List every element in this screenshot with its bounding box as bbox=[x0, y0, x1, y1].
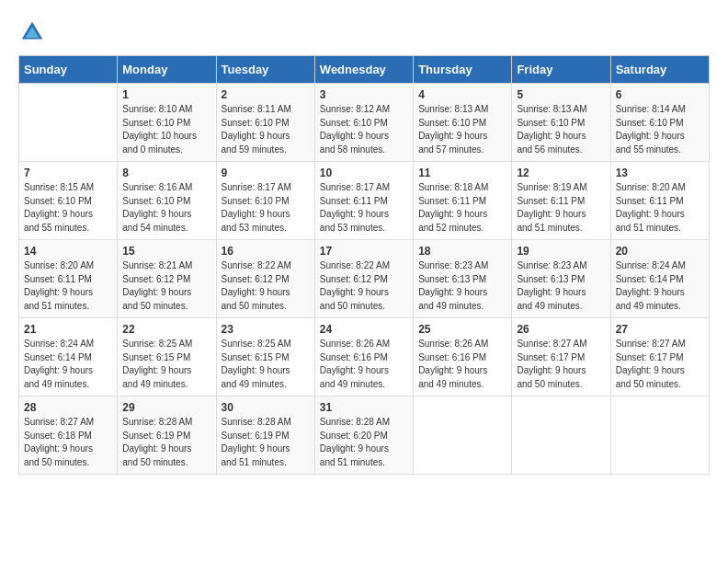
day-cell: 26Sunrise: 8:27 AMSunset: 6:17 PMDayligh… bbox=[512, 318, 610, 396]
day-info: Sunrise: 8:24 AMSunset: 6:14 PMDaylight:… bbox=[24, 338, 112, 391]
day-number: 2 bbox=[222, 88, 310, 101]
day-number: 11 bbox=[418, 167, 506, 179]
day-info: Sunrise: 8:26 AMSunset: 6:16 PMDaylight:… bbox=[418, 338, 506, 391]
day-number: 17 bbox=[320, 245, 408, 258]
day-number: 21 bbox=[24, 323, 112, 336]
day-info: Sunrise: 8:22 AMSunset: 6:12 PMDaylight:… bbox=[320, 259, 408, 313]
header-cell-friday: Friday bbox=[512, 56, 610, 84]
day-cell: 3Sunrise: 8:12 AMSunset: 6:10 PMDaylight… bbox=[314, 84, 413, 162]
day-number: 31 bbox=[320, 401, 408, 414]
day-info: Sunrise: 8:25 AMSunset: 6:15 PMDaylight:… bbox=[222, 338, 310, 391]
day-info: Sunrise: 8:28 AMSunset: 6:19 PMDaylight:… bbox=[222, 416, 310, 469]
day-cell: 18Sunrise: 8:23 AMSunset: 6:13 PMDayligh… bbox=[414, 240, 512, 318]
day-number: 29 bbox=[122, 401, 210, 414]
header-cell-wednesday: Wednesday bbox=[314, 56, 413, 84]
day-cell: 8Sunrise: 8:16 AMSunset: 6:10 PMDaylight… bbox=[118, 162, 216, 240]
day-info: Sunrise: 8:18 AMSunset: 6:11 PMDaylight:… bbox=[418, 181, 506, 235]
day-number: 7 bbox=[24, 167, 112, 179]
day-number: 13 bbox=[616, 167, 704, 179]
day-cell: 2Sunrise: 8:11 AMSunset: 6:10 PMDaylight… bbox=[216, 84, 314, 162]
day-cell bbox=[512, 396, 610, 475]
day-cell: 28Sunrise: 8:27 AMSunset: 6:18 PMDayligh… bbox=[19, 396, 118, 475]
day-number: 9 bbox=[222, 167, 310, 179]
day-cell: 6Sunrise: 8:14 AMSunset: 6:10 PMDaylight… bbox=[610, 84, 709, 162]
day-number: 28 bbox=[24, 401, 112, 414]
day-cell: 24Sunrise: 8:26 AMSunset: 6:16 PMDayligh… bbox=[314, 318, 413, 396]
day-cell: 30Sunrise: 8:28 AMSunset: 6:19 PMDayligh… bbox=[216, 396, 314, 475]
day-cell: 29Sunrise: 8:28 AMSunset: 6:19 PMDayligh… bbox=[118, 396, 216, 475]
logo-icon bbox=[18, 18, 46, 46]
day-number: 18 bbox=[418, 245, 506, 258]
day-info: Sunrise: 8:23 AMSunset: 6:13 PMDaylight:… bbox=[418, 259, 506, 313]
day-cell: 21Sunrise: 8:24 AMSunset: 6:14 PMDayligh… bbox=[19, 318, 118, 396]
day-number: 22 bbox=[122, 323, 210, 336]
day-info: Sunrise: 8:28 AMSunset: 6:20 PMDaylight:… bbox=[320, 416, 408, 469]
day-info: Sunrise: 8:23 AMSunset: 6:13 PMDaylight:… bbox=[517, 259, 605, 313]
calendar-table: SundayMondayTuesdayWednesdayThursdayFrid… bbox=[18, 55, 710, 475]
day-cell: 11Sunrise: 8:18 AMSunset: 6:11 PMDayligh… bbox=[414, 162, 512, 240]
day-number: 20 bbox=[616, 245, 704, 258]
day-cell bbox=[414, 396, 512, 475]
day-number: 5 bbox=[517, 88, 605, 101]
day-cell: 31Sunrise: 8:28 AMSunset: 6:20 PMDayligh… bbox=[314, 396, 413, 475]
day-cell bbox=[19, 84, 118, 162]
day-info: Sunrise: 8:12 AMSunset: 6:10 PMDaylight:… bbox=[320, 103, 408, 156]
day-cell: 7Sunrise: 8:15 AMSunset: 6:10 PMDaylight… bbox=[19, 162, 118, 240]
day-cell: 1Sunrise: 8:10 AMSunset: 6:10 PMDaylight… bbox=[118, 84, 216, 162]
day-info: Sunrise: 8:27 AMSunset: 6:18 PMDaylight:… bbox=[24, 416, 112, 469]
day-info: Sunrise: 8:21 AMSunset: 6:12 PMDaylight:… bbox=[122, 259, 210, 313]
week-row-4: 21Sunrise: 8:24 AMSunset: 6:14 PMDayligh… bbox=[19, 318, 710, 396]
day-number: 25 bbox=[418, 323, 506, 336]
day-info: Sunrise: 8:13 AMSunset: 6:10 PMDaylight:… bbox=[517, 103, 605, 156]
day-number: 26 bbox=[517, 323, 605, 336]
day-info: Sunrise: 8:28 AMSunset: 6:19 PMDaylight:… bbox=[122, 416, 210, 469]
day-number: 16 bbox=[222, 245, 310, 258]
day-number: 12 bbox=[517, 167, 605, 179]
day-info: Sunrise: 8:16 AMSunset: 6:10 PMDaylight:… bbox=[122, 181, 210, 235]
week-row-2: 7Sunrise: 8:15 AMSunset: 6:10 PMDaylight… bbox=[19, 162, 710, 240]
header-cell-thursday: Thursday bbox=[414, 56, 512, 84]
day-number: 27 bbox=[616, 323, 704, 336]
day-info: Sunrise: 8:25 AMSunset: 6:15 PMDaylight:… bbox=[122, 338, 210, 391]
header-cell-sunday: Sunday bbox=[19, 56, 118, 84]
day-info: Sunrise: 8:20 AMSunset: 6:11 PMDaylight:… bbox=[24, 259, 112, 313]
day-number: 14 bbox=[24, 245, 112, 258]
day-info: Sunrise: 8:27 AMSunset: 6:17 PMDaylight:… bbox=[616, 338, 704, 391]
week-row-3: 14Sunrise: 8:20 AMSunset: 6:11 PMDayligh… bbox=[19, 240, 710, 318]
day-cell: 27Sunrise: 8:27 AMSunset: 6:17 PMDayligh… bbox=[610, 318, 709, 396]
day-info: Sunrise: 8:13 AMSunset: 6:10 PMDaylight:… bbox=[418, 103, 506, 156]
day-cell: 25Sunrise: 8:26 AMSunset: 6:16 PMDayligh… bbox=[414, 318, 512, 396]
day-number: 8 bbox=[122, 167, 210, 179]
day-cell: 20Sunrise: 8:24 AMSunset: 6:14 PMDayligh… bbox=[610, 240, 709, 318]
day-info: Sunrise: 8:27 AMSunset: 6:17 PMDaylight:… bbox=[517, 338, 605, 391]
day-info: Sunrise: 8:19 AMSunset: 6:11 PMDaylight:… bbox=[517, 181, 605, 235]
day-cell bbox=[610, 396, 709, 475]
day-cell: 23Sunrise: 8:25 AMSunset: 6:15 PMDayligh… bbox=[216, 318, 314, 396]
day-cell: 5Sunrise: 8:13 AMSunset: 6:10 PMDaylight… bbox=[512, 84, 610, 162]
day-number: 6 bbox=[616, 88, 704, 101]
day-number: 24 bbox=[320, 323, 408, 336]
page-header bbox=[18, 18, 710, 46]
day-cell: 17Sunrise: 8:22 AMSunset: 6:12 PMDayligh… bbox=[314, 240, 413, 318]
day-cell: 12Sunrise: 8:19 AMSunset: 6:11 PMDayligh… bbox=[512, 162, 610, 240]
day-info: Sunrise: 8:26 AMSunset: 6:16 PMDaylight:… bbox=[320, 338, 408, 391]
day-info: Sunrise: 8:17 AMSunset: 6:10 PMDaylight:… bbox=[222, 181, 310, 235]
week-row-1: 1Sunrise: 8:10 AMSunset: 6:10 PMDaylight… bbox=[19, 84, 710, 162]
header-cell-monday: Monday bbox=[118, 56, 216, 84]
day-info: Sunrise: 8:10 AMSunset: 6:10 PMDaylight:… bbox=[122, 103, 210, 156]
day-cell: 4Sunrise: 8:13 AMSunset: 6:10 PMDaylight… bbox=[414, 84, 512, 162]
day-cell: 22Sunrise: 8:25 AMSunset: 6:15 PMDayligh… bbox=[118, 318, 216, 396]
header-cell-tuesday: Tuesday bbox=[216, 56, 314, 84]
header-cell-saturday: Saturday bbox=[610, 56, 709, 84]
day-info: Sunrise: 8:24 AMSunset: 6:14 PMDaylight:… bbox=[616, 259, 704, 313]
day-number: 10 bbox=[320, 167, 408, 179]
week-row-5: 28Sunrise: 8:27 AMSunset: 6:18 PMDayligh… bbox=[19, 396, 710, 475]
day-number: 23 bbox=[222, 323, 310, 336]
day-info: Sunrise: 8:14 AMSunset: 6:10 PMDaylight:… bbox=[616, 103, 704, 156]
day-number: 30 bbox=[222, 401, 310, 414]
day-info: Sunrise: 8:15 AMSunset: 6:10 PMDaylight:… bbox=[24, 181, 112, 235]
day-number: 19 bbox=[517, 245, 605, 258]
header-row: SundayMondayTuesdayWednesdayThursdayFrid… bbox=[19, 56, 710, 84]
day-cell: 13Sunrise: 8:20 AMSunset: 6:11 PMDayligh… bbox=[610, 162, 709, 240]
day-info: Sunrise: 8:17 AMSunset: 6:11 PMDaylight:… bbox=[320, 181, 408, 235]
